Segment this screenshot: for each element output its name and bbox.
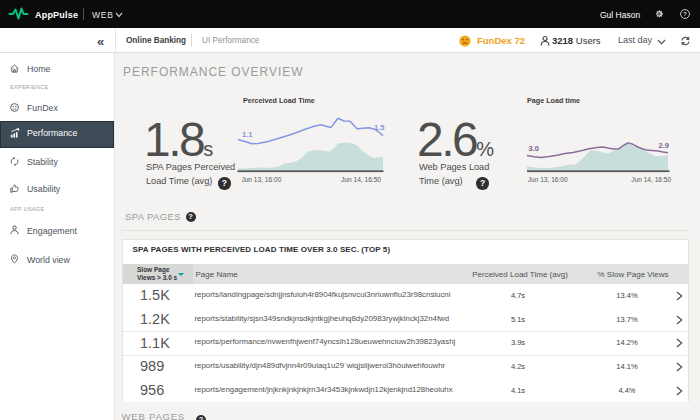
svg-text:?: ? [683,10,687,17]
svg-text:Jun 14, 16:50: Jun 14, 16:50 [341,176,381,183]
svg-text:3.0: 3.0 [529,144,539,153]
svg-text:Jun 13, 16:00: Jun 13, 16:00 [241,176,281,183]
svg-text:2.9: 2.9 [659,141,669,150]
svg-text:1.1: 1.1 [242,130,252,139]
svg-text:Jun 14, 16:50: Jun 14, 16:50 [631,176,671,183]
svg-text:Jun 13, 16:00: Jun 13, 16:00 [528,176,568,183]
svg-text:1.5: 1.5 [374,123,384,132]
